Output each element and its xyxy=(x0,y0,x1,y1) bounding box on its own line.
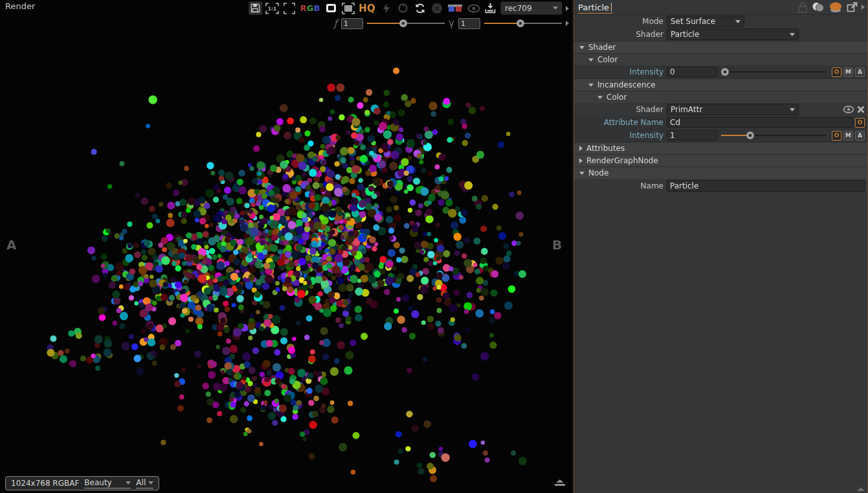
snapshot-button[interactable] xyxy=(484,1,497,15)
pass-dropdown[interactable]: Beauty xyxy=(84,478,131,488)
map-button[interactable]: M xyxy=(843,131,853,141)
fstop-symbol: ƒ xyxy=(334,17,337,29)
fstop-input[interactable] xyxy=(341,18,363,29)
panel-more-arrow-icon[interactable] xyxy=(862,5,865,10)
exposure-gamma-toolbar: ƒ γ xyxy=(334,16,569,30)
channels-dropdown[interactable]: All xyxy=(136,478,153,488)
section-rendergraphnode-label: RenderGraphNode xyxy=(586,156,658,165)
lightning-icon xyxy=(383,3,390,14)
progressive-refine-button[interactable] xyxy=(396,1,410,15)
gamma-slider[interactable] xyxy=(484,19,562,28)
inspect-pixel-button[interactable] xyxy=(467,1,480,15)
lock-icon[interactable] xyxy=(797,2,808,13)
toolbar-more-arrow-icon[interactable] xyxy=(566,6,569,11)
svg-text:1:1: 1:1 xyxy=(268,6,277,12)
floppy-disk-icon xyxy=(250,3,260,13)
orange-sphere-icon[interactable] xyxy=(829,1,843,13)
compare-a-label[interactable]: A xyxy=(6,237,16,253)
gamma-symbol: γ xyxy=(449,17,454,29)
chevron-down-icon xyxy=(790,33,795,36)
animate-button[interactable]: A xyxy=(855,67,865,77)
expand-triangle-icon xyxy=(579,46,584,49)
mode-dropdown[interactable]: Set Surface xyxy=(667,16,744,27)
slider-knob[interactable] xyxy=(721,68,729,76)
shading-ball-icon[interactable] xyxy=(812,1,825,13)
incan-shader-label: Shader xyxy=(574,105,667,114)
intensity-label: Intensity xyxy=(574,67,667,76)
render-toolbar: 1:1 RGB xyxy=(249,1,569,16)
cancel-render-button[interactable] xyxy=(430,1,443,15)
properties-panel: Particle xyxy=(573,0,868,493)
override-button[interactable]: O xyxy=(832,131,841,141)
fstop-slider-knob[interactable] xyxy=(399,19,407,27)
section-incan-color-label: Color xyxy=(606,93,627,102)
override-button[interactable]: O xyxy=(832,67,841,77)
shader-color-intensity-row: Intensity O M A xyxy=(574,65,867,78)
save-image-button[interactable] xyxy=(249,1,262,15)
fstop-slider-track xyxy=(407,23,445,24)
gamma-input[interactable] xyxy=(458,18,480,29)
viewport-statusbar: 1024x768 RGBAF Beauty All xyxy=(5,476,159,490)
attribute-name-input[interactable] xyxy=(667,117,853,128)
colorspace-dropdown[interactable]: rec709 xyxy=(500,1,562,15)
node-title-field[interactable]: Particle xyxy=(578,1,613,14)
incan-shader-dropdown[interactable]: PrimAttr xyxy=(667,104,799,115)
stereo-view-button[interactable] xyxy=(447,1,463,15)
incan-shader-value: PrimAttr xyxy=(671,105,702,114)
scroll-up-arrow-icon[interactable] xyxy=(857,487,865,491)
section-shader[interactable]: Shader xyxy=(574,41,867,53)
shader-color-intensity-slider[interactable] xyxy=(721,67,826,76)
section-attributes-label: Attributes xyxy=(586,144,625,153)
viewport-title: Render xyxy=(5,1,35,11)
alpha-display-button[interactable] xyxy=(324,1,338,15)
expand-triangle-icon xyxy=(588,58,594,62)
fast-render-toggle[interactable] xyxy=(379,1,393,15)
fstop-slider[interactable] xyxy=(367,19,445,28)
animate-button[interactable]: A xyxy=(855,131,865,141)
section-node-label: Node xyxy=(588,168,608,178)
fit-region-button[interactable] xyxy=(282,1,296,15)
section-shader-color[interactable]: Color xyxy=(574,53,867,65)
remove-x-icon[interactable] xyxy=(857,106,865,113)
gamma-slider-knob[interactable] xyxy=(517,19,524,27)
shader-dropdown[interactable]: Particle xyxy=(667,29,799,40)
open-external-icon[interactable] xyxy=(847,2,858,13)
gamma-slider-fill xyxy=(484,23,520,24)
shader-row: Shader Particle xyxy=(574,28,867,41)
node-name-input[interactable] xyxy=(667,180,865,192)
visibility-eye-icon[interactable] xyxy=(843,106,854,113)
toolbar2-more-arrow-icon[interactable] xyxy=(566,21,569,26)
viewport-expand-handle[interactable] xyxy=(554,479,566,487)
compare-b-label[interactable]: B xyxy=(552,237,562,253)
section-attributes[interactable]: Attributes xyxy=(574,142,867,154)
rgb-b-label: B xyxy=(313,3,320,13)
incan-intensity-slider[interactable] xyxy=(721,131,826,140)
rgb-channels-button[interactable]: RGB xyxy=(299,1,321,15)
rgb-g-label: G xyxy=(307,3,314,13)
slider-track xyxy=(721,71,826,73)
section-incandescence[interactable]: Incandescence xyxy=(574,78,867,91)
slider-knob[interactable] xyxy=(746,132,754,139)
crop-region-button[interactable] xyxy=(341,1,355,15)
override-button[interactable]: O xyxy=(855,118,865,128)
panel-title-row: Particle xyxy=(574,0,867,15)
particle-render-canvas xyxy=(0,0,572,493)
shader-value: Particle xyxy=(671,30,699,39)
spin-circle-icon xyxy=(397,3,408,14)
map-button[interactable]: M xyxy=(843,67,853,77)
section-node[interactable]: Node xyxy=(574,166,867,179)
node-name-row: Name xyxy=(574,179,867,193)
chevron-down-icon xyxy=(790,108,795,111)
incan-intensity-input[interactable] xyxy=(667,130,717,141)
rerender-button[interactable] xyxy=(413,1,427,15)
mode-label: Mode xyxy=(574,17,667,26)
high-quality-toggle[interactable]: HQ xyxy=(358,1,376,15)
render-viewport[interactable]: Render 1:1 RG xyxy=(0,0,572,493)
shader-color-intensity-input[interactable] xyxy=(667,67,717,77)
chevron-down-icon xyxy=(148,481,153,485)
section-shader-label: Shader xyxy=(588,43,616,52)
zoom-one-to-one-button[interactable]: 1:1 xyxy=(265,1,279,15)
frame-brackets-icon xyxy=(284,3,295,14)
section-rendergraphnode[interactable]: RenderGraphNode xyxy=(574,154,867,166)
section-incan-color[interactable]: Color xyxy=(574,91,867,103)
